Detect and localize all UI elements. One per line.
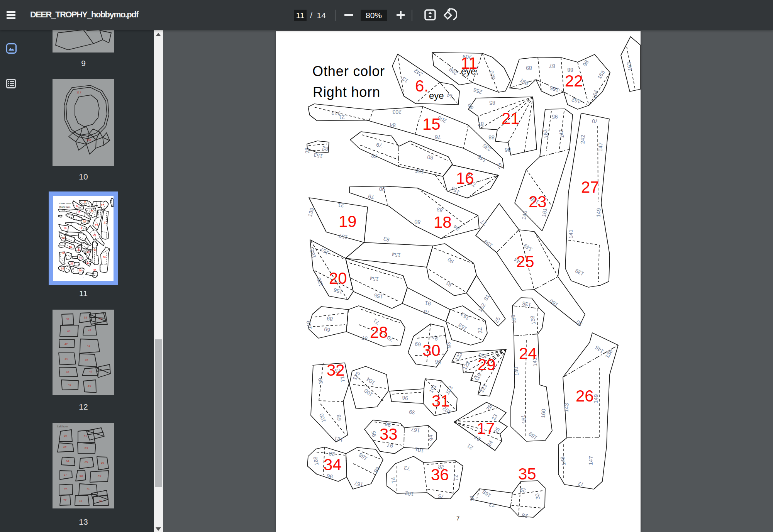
svg-text:37: 37 bbox=[66, 317, 69, 321]
svg-text:93: 93 bbox=[445, 342, 452, 349]
svg-text:95: 95 bbox=[370, 430, 377, 437]
svg-text:20: 20 bbox=[62, 236, 65, 239]
svg-text:138: 138 bbox=[522, 300, 532, 308]
svg-text:21: 21 bbox=[91, 210, 94, 213]
svg-text:138: 138 bbox=[604, 348, 614, 359]
svg-text:17: 17 bbox=[86, 261, 90, 264]
svg-text:22: 22 bbox=[101, 204, 104, 207]
svg-text:66: 66 bbox=[101, 461, 104, 464]
svg-text:41: 41 bbox=[88, 329, 91, 332]
svg-text:28: 28 bbox=[69, 246, 72, 248]
svg-text:24: 24 bbox=[486, 439, 494, 448]
svg-text:152: 152 bbox=[477, 302, 487, 313]
svg-text:28: 28 bbox=[370, 323, 388, 341]
svg-text:26: 26 bbox=[576, 387, 594, 405]
svg-text:Other color: Other color bbox=[312, 63, 385, 79]
svg-text:89: 89 bbox=[526, 65, 532, 71]
svg-text:29: 29 bbox=[86, 251, 90, 253]
svg-text:46: 46 bbox=[66, 370, 69, 374]
svg-text:30: 30 bbox=[534, 493, 541, 500]
svg-text:119: 119 bbox=[305, 320, 313, 330]
svg-text:166: 166 bbox=[519, 77, 529, 87]
svg-text:203: 203 bbox=[392, 109, 402, 115]
svg-text:17: 17 bbox=[477, 419, 495, 437]
svg-text:235: 235 bbox=[481, 142, 492, 153]
svg-text:139: 139 bbox=[307, 207, 315, 217]
svg-text:eye: eye bbox=[429, 90, 444, 101]
svg-text:56: 56 bbox=[434, 359, 441, 366]
svg-text:19: 19 bbox=[339, 212, 357, 230]
svg-text:16: 16 bbox=[83, 220, 86, 223]
svg-text:57: 57 bbox=[361, 335, 368, 342]
svg-text:71: 71 bbox=[86, 487, 90, 491]
svg-text:87: 87 bbox=[478, 121, 484, 127]
svg-text:77: 77 bbox=[479, 219, 488, 227]
svg-text:67: 67 bbox=[64, 473, 67, 476]
svg-text:16: 16 bbox=[456, 169, 474, 187]
svg-text:299: 299 bbox=[448, 66, 459, 77]
svg-text:40: 40 bbox=[67, 329, 70, 333]
svg-text:88: 88 bbox=[488, 134, 495, 141]
svg-text:29: 29 bbox=[519, 487, 526, 494]
svg-text:162: 162 bbox=[309, 249, 317, 259]
svg-text:21: 21 bbox=[339, 114, 345, 120]
svg-text:256: 256 bbox=[472, 86, 483, 95]
svg-text:149: 149 bbox=[595, 208, 602, 217]
svg-text:163: 163 bbox=[510, 314, 517, 324]
svg-text:123: 123 bbox=[351, 370, 361, 381]
svg-text:123: 123 bbox=[454, 351, 464, 362]
svg-text:69: 69 bbox=[414, 341, 421, 348]
svg-text:23: 23 bbox=[529, 193, 547, 211]
svg-text:242: 242 bbox=[580, 135, 586, 144]
svg-text:39: 39 bbox=[409, 409, 415, 416]
svg-text:72: 72 bbox=[577, 481, 584, 488]
svg-text:163: 163 bbox=[626, 61, 633, 71]
svg-text:38: 38 bbox=[84, 316, 87, 319]
svg-text:35: 35 bbox=[93, 269, 97, 271]
svg-text:87: 87 bbox=[549, 63, 555, 69]
svg-text:169: 169 bbox=[312, 456, 320, 466]
svg-text:95: 95 bbox=[552, 114, 558, 120]
svg-text:121: 121 bbox=[334, 435, 344, 443]
svg-text:68: 68 bbox=[80, 474, 83, 478]
svg-text:96: 96 bbox=[326, 473, 333, 480]
svg-text:73: 73 bbox=[403, 465, 410, 472]
svg-text:27: 27 bbox=[104, 221, 107, 224]
svg-text:31: 31 bbox=[79, 257, 82, 259]
svg-text:6.: 6. bbox=[76, 205, 78, 207]
svg-text:23: 23 bbox=[95, 224, 98, 227]
svg-text:73: 73 bbox=[79, 499, 82, 503]
svg-text:70: 70 bbox=[592, 118, 598, 124]
svg-text:26: 26 bbox=[103, 256, 106, 259]
svg-text:157: 157 bbox=[319, 246, 330, 256]
svg-text:62: 62 bbox=[63, 446, 66, 449]
svg-text:84: 84 bbox=[390, 122, 396, 128]
svg-text:eye.: eye. bbox=[84, 203, 86, 205]
svg-text:108: 108 bbox=[86, 139, 91, 142]
svg-text:68: 68 bbox=[336, 414, 342, 421]
svg-text:36: 36 bbox=[431, 466, 449, 484]
svg-text:eye.: eye. bbox=[461, 66, 478, 76]
svg-text:146: 146 bbox=[476, 154, 487, 164]
svg-text:61: 61 bbox=[84, 434, 87, 438]
svg-text:70: 70 bbox=[64, 488, 67, 491]
svg-text:163: 163 bbox=[596, 69, 606, 80]
svg-text:101: 101 bbox=[414, 446, 424, 454]
svg-text:163: 163 bbox=[542, 129, 549, 139]
svg-text:154: 154 bbox=[369, 275, 379, 283]
svg-text:142: 142 bbox=[558, 129, 565, 139]
svg-text:91: 91 bbox=[424, 300, 431, 307]
svg-text:78: 78 bbox=[371, 152, 378, 159]
svg-text:96: 96 bbox=[402, 395, 409, 402]
svg-text:162: 162 bbox=[571, 97, 581, 105]
svg-text:28: 28 bbox=[521, 512, 528, 519]
svg-text:24: 24 bbox=[93, 249, 97, 252]
svg-text:85: 85 bbox=[489, 100, 495, 106]
svg-text:155: 155 bbox=[414, 168, 424, 175]
svg-text:35: 35 bbox=[518, 465, 536, 483]
svg-text:74: 74 bbox=[390, 477, 397, 484]
svg-text:82: 82 bbox=[322, 145, 329, 152]
svg-text:33: 33 bbox=[70, 262, 73, 265]
svg-text:90: 90 bbox=[446, 256, 455, 265]
svg-text:138: 138 bbox=[315, 277, 324, 288]
